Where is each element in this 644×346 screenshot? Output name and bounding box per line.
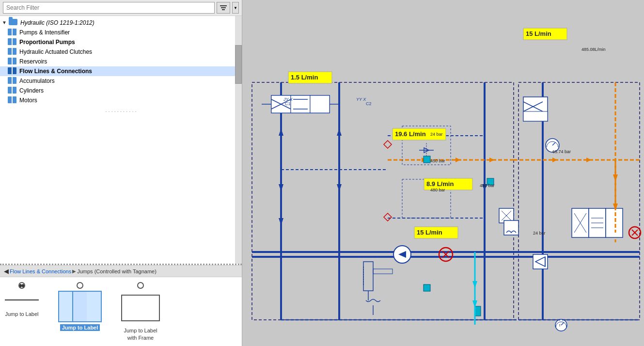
tree-item-flowlines-label: Flow Lines & Connections bbox=[19, 68, 92, 75]
svg-rect-35 bbox=[523, 111, 548, 121]
search-input[interactable] bbox=[3, 2, 215, 14]
tree-item-reservoirs-label: Reservoirs bbox=[19, 58, 47, 65]
tree-more-items: . . . . . . . . . . . bbox=[0, 105, 242, 115]
breadcrumb-item-2: Jumps (Controlled with Tagname) bbox=[77, 268, 157, 274]
svg-rect-3 bbox=[242, 0, 644, 346]
tree-item-pumps-label: Pumps & Intensifier bbox=[19, 29, 70, 36]
breadcrumb-back-arrow[interactable]: ◀ bbox=[4, 267, 9, 275]
tree-item-motors-label: Motors bbox=[19, 97, 37, 104]
tree-root-label: Hydraulic (ISO 1219-1:2012) bbox=[20, 19, 94, 26]
svg-text:65.74 bar: 65.74 bar bbox=[552, 149, 571, 154]
svg-text:480 bar: 480 bar bbox=[480, 183, 495, 188]
radio-line[interactable] bbox=[18, 282, 25, 289]
pumps-book-icon bbox=[8, 29, 17, 36]
search-bar: ▼ bbox=[0, 0, 242, 16]
component-option-rect[interactable]: Jump to Labelwith Frame bbox=[121, 282, 160, 341]
box-shape bbox=[58, 291, 102, 322]
breadcrumb-item-1[interactable]: Flow Lines & Connections bbox=[10, 268, 71, 274]
component-line-label: Jump to Label bbox=[5, 311, 38, 317]
breadcrumb: ◀ Flow Lines & Connections ▶ Jumps (Cont… bbox=[0, 266, 242, 277]
diagram-area: JY X C1 YY X C2 bbox=[242, 0, 644, 346]
svg-rect-71 bbox=[424, 284, 430, 291]
diagram-svg: JY X C1 YY X C2 bbox=[242, 0, 644, 346]
tree-item-accumulators-label: Accumulators bbox=[19, 78, 55, 84]
radio-rect[interactable] bbox=[137, 282, 144, 289]
svg-rect-72 bbox=[475, 306, 481, 316]
svg-text:24 bar: 24 bar bbox=[533, 231, 546, 236]
component-area: Jump to Label Jump to Label bbox=[0, 277, 242, 346]
left-panel: ▼ ▼ Hydraulic (ISO 1219-1:2012) Pumps & … bbox=[0, 0, 242, 346]
tree-item-clutches-label: Hydraulic Actuated Clutches bbox=[19, 48, 92, 55]
svg-text:24 bar: 24 bar bbox=[430, 132, 443, 137]
breadcrumb-separator: ▶ bbox=[72, 268, 76, 274]
tree-item-proportional[interactable]: Proportional Pumps bbox=[0, 37, 242, 47]
tree-item-clutches[interactable]: Hydraulic Actuated Clutches bbox=[0, 47, 242, 57]
svg-text:15 L/min: 15 L/min bbox=[417, 229, 442, 236]
component-rect-label: Jump to Labelwith Frame bbox=[124, 327, 157, 341]
motors-book-icon bbox=[8, 96, 17, 104]
tree-expand-arrow: ▼ bbox=[2, 20, 8, 26]
line-shape bbox=[5, 299, 39, 300]
flowlines-book-icon bbox=[8, 67, 17, 75]
svg-text:485.08L/min: 485.08L/min bbox=[581, 47, 606, 52]
clutches-book-icon bbox=[8, 48, 17, 56]
svg-text:1.5 L/min: 1.5 L/min bbox=[291, 74, 318, 81]
svg-rect-25 bbox=[310, 95, 330, 113]
tree-area: ▼ Hydraulic (ISO 1219-1:2012) Pumps & In… bbox=[0, 16, 242, 265]
bottom-panel: ◀ Flow Lines & Connections ▶ Jumps (Cont… bbox=[0, 265, 242, 346]
component-option-line[interactable]: Jump to Label bbox=[5, 282, 39, 317]
svg-rect-2 bbox=[222, 9, 225, 10]
svg-rect-0 bbox=[220, 5, 227, 6]
tree-item-flowlines[interactable]: Flow Lines & Connections bbox=[0, 66, 242, 76]
svg-text:C1: C1 bbox=[285, 101, 291, 106]
tree-item-pumps[interactable]: Pumps & Intensifier bbox=[0, 28, 242, 37]
svg-text:8.9 L/min: 8.9 L/min bbox=[426, 180, 454, 188]
svg-text:YY X: YY X bbox=[356, 97, 366, 102]
svg-text:15 L/min: 15 L/min bbox=[526, 30, 551, 37]
cylinders-book-icon bbox=[8, 87, 17, 94]
tree-scrollbar-thumb[interactable] bbox=[235, 45, 242, 84]
svg-text:450 bar: 450 bar bbox=[430, 158, 445, 163]
svg-text:C2: C2 bbox=[366, 101, 372, 106]
dropdown-arrow[interactable]: ▼ bbox=[232, 2, 239, 14]
svg-text:480 bar: 480 bar bbox=[430, 188, 445, 192]
tree-item-reservoirs[interactable]: Reservoirs bbox=[0, 57, 242, 66]
svg-rect-92 bbox=[606, 208, 623, 237]
svg-rect-69 bbox=[424, 156, 430, 163]
tree-item-motors[interactable]: Motors bbox=[0, 95, 242, 105]
tree-root-item[interactable]: ▼ Hydraulic (ISO 1219-1:2012) bbox=[0, 18, 242, 28]
component-radio-row: Jump to Label Jump to Label bbox=[5, 282, 237, 341]
proportional-book-icon bbox=[8, 38, 17, 46]
accumulators-book-icon bbox=[8, 77, 17, 85]
tree-item-cylinders[interactable]: Cylinders bbox=[0, 86, 242, 95]
component-option-box[interactable]: Jump to Label bbox=[58, 282, 102, 331]
reservoirs-book-icon bbox=[8, 58, 17, 65]
tree-item-proportional-label: Proportional Pumps bbox=[19, 39, 75, 46]
svg-text:19.6 L/min: 19.6 L/min bbox=[395, 130, 426, 138]
tree-item-accumulators[interactable]: Accumulators bbox=[0, 76, 242, 86]
svg-rect-1 bbox=[221, 7, 226, 8]
tree-item-cylinders-label: Cylinders bbox=[19, 87, 44, 94]
radio-box[interactable] bbox=[77, 282, 83, 289]
tree-scrollbar[interactable] bbox=[235, 16, 242, 264]
search-icon-button[interactable] bbox=[217, 2, 230, 14]
filter-icon bbox=[220, 4, 227, 12]
svg-rect-22 bbox=[291, 95, 310, 113]
rect-shape bbox=[121, 295, 160, 321]
component-box-label: Jump to Label bbox=[60, 324, 100, 331]
hydraulic-folder-icon bbox=[9, 19, 18, 27]
